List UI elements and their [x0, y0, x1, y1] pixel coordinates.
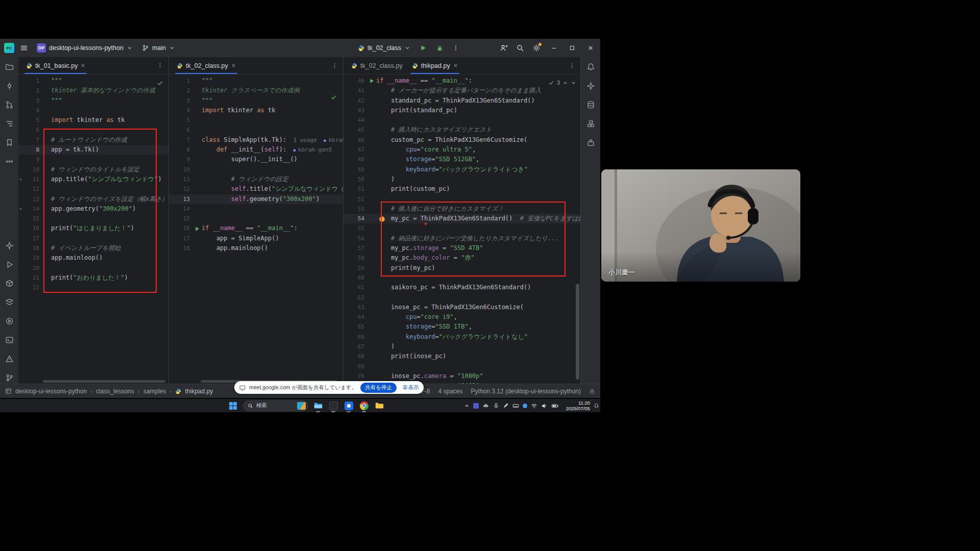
dependencies-icon[interactable]: [585, 118, 596, 129]
tray-pen-icon[interactable]: [503, 403, 509, 409]
hide-banner-button[interactable]: 非表示: [400, 384, 422, 391]
breadcrumb-samples[interactable]: samples: [143, 388, 166, 395]
line-number[interactable]: 1: [18, 76, 42, 86]
taskbar-meet-camera-icon[interactable]: [343, 400, 354, 411]
code-line[interactable]: 17 app = SimpleApp(): [169, 234, 343, 243]
code-line[interactable]: 45 # 購入時にカスタマイズリクエスト: [344, 125, 580, 135]
tray-onedrive-icon[interactable]: [482, 402, 489, 409]
line-number[interactable]: 6: [18, 125, 42, 135]
code-line[interactable]: 40if __name__ == "__main__":: [344, 76, 580, 86]
code-line[interactable]: 10# ウィンドウのタイトルを設定: [18, 165, 168, 174]
terminal-icon[interactable]: [4, 334, 15, 345]
line-number[interactable]: 17: [18, 234, 42, 243]
line-number[interactable]: 8: [169, 145, 192, 155]
run-tool-icon[interactable]: [4, 259, 15, 270]
line-number[interactable]: 5: [169, 115, 192, 125]
python-packages-icon[interactable]: [4, 278, 15, 289]
line-number[interactable]: 63: [344, 303, 367, 312]
line-number[interactable]: 47: [344, 145, 367, 155]
line-number[interactable]: 65: [344, 322, 367, 332]
line-number[interactable]: 69: [344, 362, 367, 371]
interpreter-indicator[interactable]: Python 3.12 (desktop-ui-lessons-python): [471, 388, 581, 395]
maximize-button[interactable]: [565, 40, 580, 56]
line-number[interactable]: 46: [344, 135, 367, 145]
ai-assistant-icon[interactable]: [585, 80, 596, 91]
line-number[interactable]: 60: [344, 273, 367, 283]
inspections-ok-icon[interactable]: [330, 94, 337, 101]
line-number[interactable]: 3: [169, 96, 192, 106]
code-line[interactable]: 9 super().__init__(): [169, 155, 343, 164]
taskbar-explorer-icon[interactable]: [312, 400, 324, 411]
code-line[interactable]: 1""": [18, 76, 168, 86]
code-line[interactable]: 13# ウィンドウのサイズを設定（幅x高さ）: [18, 194, 168, 204]
code-line[interactable]: 22: [18, 283, 168, 292]
settings-gear-icon[interactable]: [530, 41, 543, 55]
code-line[interactable]: 3""": [169, 96, 343, 106]
code-editor-tk01[interactable]: 1"""2tkinter 基本的なウィンドウの作成3"""45import tk…: [18, 74, 168, 384]
line-number[interactable]: 10: [18, 165, 42, 174]
close-button[interactable]: [583, 40, 598, 56]
tray-status-dot-icon[interactable]: [523, 404, 527, 408]
code-line[interactable]: 3""": [18, 96, 168, 106]
tray-keyboard-icon[interactable]: [512, 403, 519, 409]
code-line[interactable]: 54 my_pc = ThinkPadX13Gen6Standard() # 安…: [344, 214, 580, 223]
taskbar-chrome-icon[interactable]: [358, 400, 370, 411]
line-number[interactable]: 55: [344, 223, 367, 233]
line-number[interactable]: 12: [169, 184, 192, 194]
code-line[interactable]: 15: [18, 214, 168, 223]
version-control-icon[interactable]: [4, 372, 15, 383]
run-anything-icon[interactable]: [4, 315, 15, 327]
run-config-widget[interactable]: tk_02_class: [355, 43, 413, 53]
code-line[interactable]: 2tkinter クラスベースでの作成例: [169, 86, 343, 95]
code-line[interactable]: 1""": [169, 76, 343, 86]
code-line[interactable]: 60: [344, 273, 580, 283]
line-number[interactable]: 42: [344, 96, 367, 106]
line-number[interactable]: 57: [344, 243, 367, 253]
code-line[interactable]: 57 my_pc.storage = "SSD 4TB": [344, 243, 580, 253]
code-line[interactable]: 7class SimpleApp(tk.Tk): 1 usage ● kbrah…: [169, 135, 343, 145]
code-line[interactable]: 12 self.title("シンプルなウィンドウ（クラ: [169, 184, 343, 194]
line-number[interactable]: 11: [18, 174, 42, 184]
code-line[interactable]: 17: [18, 234, 168, 243]
code-line[interactable]: 7# ルートウィンドウの作成: [18, 135, 168, 145]
code-line[interactable]: 53 # 購入後に自分で好きにカスタマイズ！: [344, 204, 580, 214]
line-number[interactable]: 9: [18, 155, 42, 164]
line-number[interactable]: 10: [169, 165, 192, 174]
line-number[interactable]: 4: [18, 106, 42, 115]
code-line[interactable]: 13 self.geometry("300x200"): [169, 194, 343, 204]
structure-icon[interactable]: [4, 118, 15, 129]
tab-close-icon[interactable]: [81, 63, 85, 68]
line-number[interactable]: 17: [169, 234, 192, 243]
inspection-widget[interactable]: 3: [548, 80, 576, 86]
line-number[interactable]: 3: [18, 96, 42, 106]
code-line[interactable]: 10: [169, 165, 343, 174]
services-icon[interactable]: [4, 296, 15, 308]
start-button[interactable]: [227, 400, 239, 411]
code-line[interactable]: 18# イベントループを開始: [18, 243, 168, 253]
project-window-icon[interactable]: [5, 388, 12, 394]
run-line-icon[interactable]: [192, 223, 202, 233]
breadcrumb-project[interactable]: desktop-ui-lessons-python: [15, 388, 87, 395]
code-line[interactable]: 42 standard_pc = ThinkPadX13Gen6Standard…: [344, 96, 580, 106]
line-number[interactable]: 21: [18, 273, 42, 283]
code-line[interactable]: 43 print(standard_pc): [344, 106, 580, 115]
line-number[interactable]: 68: [344, 352, 367, 361]
minimize-button[interactable]: [546, 40, 561, 56]
code-line[interactable]: 6: [18, 125, 168, 135]
breadcrumb-class-lessons[interactable]: class_lessons: [96, 388, 134, 395]
line-number[interactable]: 41: [344, 86, 367, 95]
taskbar-folder-icon[interactable]: [374, 400, 385, 411]
line-number[interactable]: 61: [344, 283, 367, 292]
code-line[interactable]: 11 # ウィンドウの設定: [169, 174, 343, 184]
wifi-icon[interactable]: [531, 403, 537, 409]
line-number[interactable]: 9: [169, 155, 192, 164]
line-number[interactable]: 51: [344, 184, 367, 194]
line-number[interactable]: 15: [18, 214, 42, 223]
code-line[interactable]: 59 print(my_pc): [344, 263, 580, 273]
code-line[interactable]: 9: [18, 155, 168, 164]
line-number[interactable]: 70: [344, 371, 367, 381]
ai-assistant-icon[interactable]: [4, 240, 15, 251]
line-number[interactable]: 12: [18, 184, 42, 194]
git-branch-widget[interactable]: main: [139, 43, 178, 53]
code-line[interactable]: 51 print(custom_pc): [344, 184, 580, 194]
